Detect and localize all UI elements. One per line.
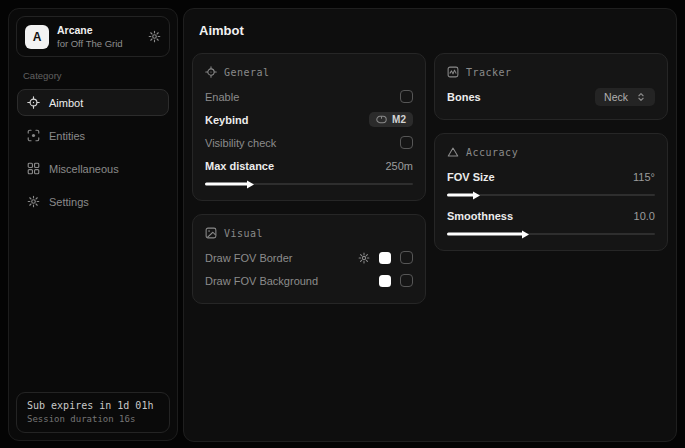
sidebar: A Arcane for Off The Grid Category Aimbo… — [8, 8, 178, 441]
enable-checkbox[interactable] — [400, 90, 413, 103]
card-title: Accuracy — [466, 147, 518, 158]
fov-size-row: FOV Size 115° — [447, 165, 655, 188]
app-logo: A — [25, 25, 49, 49]
page-title: Aimbot — [199, 23, 668, 38]
card-title: General — [224, 67, 270, 78]
tracker-card: Tracker Bones Neck — [434, 53, 668, 120]
max-distance-slider[interactable] — [205, 179, 413, 189]
app-name: Arcane — [57, 24, 140, 36]
accuracy-card: Accuracy FOV Size 115° Smoothness — [434, 133, 668, 251]
bones-row: Bones Neck — [447, 85, 655, 108]
draw-fov-background-controls — [379, 274, 413, 287]
max-distance-row: Max distance 250m — [205, 154, 413, 177]
card-title: Visual — [224, 228, 263, 239]
gear-icon[interactable] — [148, 30, 161, 43]
left-column: General Enable Keybind M2 — [192, 53, 426, 304]
draw-fov-border-controls — [358, 251, 413, 264]
enable-label: Enable — [205, 91, 239, 103]
visibility-check-label: Visibility check — [205, 137, 276, 149]
draw-fov-border-label: Draw FOV Border — [205, 252, 292, 264]
tracker-card-header: Tracker — [447, 66, 655, 78]
keybind-row: Keybind M2 — [205, 108, 413, 131]
draw-fov-border-checkbox[interactable] — [400, 251, 413, 264]
sidebar-item-miscellaneous[interactable]: Miscellaneous — [17, 155, 169, 182]
triangle-icon — [447, 146, 459, 158]
draw-fov-background-row: Draw FOV Background — [205, 269, 413, 292]
slider-thumb[interactable] — [522, 230, 529, 238]
content-columns: General Enable Keybind M2 — [192, 53, 668, 304]
category-label: Category — [23, 70, 163, 81]
fov-size-value: 115° — [633, 171, 655, 183]
visual-card-header: Visual — [205, 227, 413, 239]
main-panel: Aimbot General Enable — [183, 8, 677, 442]
general-card-header: General — [205, 66, 413, 78]
activity-box-icon — [447, 66, 459, 78]
fov-border-color-swatch[interactable] — [379, 252, 391, 264]
sub-expires-text: Sub expires in 1d 01h — [27, 400, 159, 411]
max-distance-label: Max distance — [205, 160, 274, 172]
gear-icon — [27, 195, 40, 208]
fov-size-label: FOV Size — [447, 171, 495, 183]
draw-fov-background-label: Draw FOV Background — [205, 275, 318, 287]
fov-size-slider[interactable] — [447, 190, 655, 200]
draw-fov-background-checkbox[interactable] — [400, 274, 413, 287]
sidebar-item-label: Aimbot — [49, 97, 83, 109]
bones-selected-value: Neck — [604, 91, 628, 103]
smoothness-value: 10.0 — [634, 210, 655, 222]
general-card: General Enable Keybind M2 — [192, 53, 426, 201]
gear-icon[interactable] — [358, 252, 370, 264]
right-column: Tracker Bones Neck — [434, 53, 668, 251]
bones-select[interactable]: Neck — [595, 88, 655, 106]
card-title: Tracker — [466, 67, 512, 78]
mouse-icon — [376, 115, 387, 124]
unfold-icon — [636, 92, 646, 102]
app-logo-card: A Arcane for Off The Grid — [16, 16, 170, 57]
visibility-check-checkbox[interactable] — [400, 136, 413, 149]
crosshair-icon — [27, 96, 40, 109]
sidebar-nav: Aimbot Entities Miscellaneous Settings — [9, 89, 177, 215]
draw-fov-border-row: Draw FOV Border — [205, 246, 413, 269]
session-duration-text: Session duration 16s — [27, 414, 159, 424]
fov-background-color-swatch[interactable] — [379, 275, 391, 287]
image-icon — [205, 227, 217, 239]
crosshair-icon — [205, 66, 217, 78]
sidebar-item-label: Miscellaneous — [49, 163, 119, 175]
keybind-value: M2 — [392, 114, 406, 125]
slider-thumb[interactable] — [473, 191, 480, 199]
sidebar-item-settings[interactable]: Settings — [17, 188, 169, 215]
enable-row: Enable — [205, 85, 413, 108]
sidebar-item-label: Entities — [49, 130, 85, 142]
keybind-label: Keybind — [205, 114, 248, 126]
app-title-block: Arcane for Off The Grid — [57, 24, 140, 49]
slider-fill — [447, 233, 524, 236]
slider-thumb[interactable] — [247, 180, 254, 188]
smoothness-label: Smoothness — [447, 210, 513, 222]
sidebar-item-aimbot[interactable]: Aimbot — [17, 89, 169, 116]
grid-icon — [27, 162, 40, 175]
scan-eye-icon — [27, 129, 40, 142]
visibility-check-row: Visibility check — [205, 131, 413, 154]
accuracy-card-header: Accuracy — [447, 146, 655, 158]
keybind-button[interactable]: M2 — [369, 112, 413, 127]
visual-card: Visual Draw FOV Border Draw — [192, 214, 426, 304]
smoothness-slider[interactable] — [447, 229, 655, 239]
smoothness-row: Smoothness 10.0 — [447, 204, 655, 227]
bones-label: Bones — [447, 91, 481, 103]
max-distance-value: 250m — [385, 160, 413, 172]
sidebar-item-label: Settings — [49, 196, 89, 208]
sidebar-item-entities[interactable]: Entities — [17, 122, 169, 149]
app-subtitle: for Off The Grid — [57, 38, 140, 49]
slider-fill — [447, 194, 475, 197]
app-window: A Arcane for Off The Grid Category Aimbo… — [0, 0, 685, 448]
slider-fill — [205, 183, 249, 186]
subscription-info-card: Sub expires in 1d 01h Session duration 1… — [16, 392, 170, 433]
